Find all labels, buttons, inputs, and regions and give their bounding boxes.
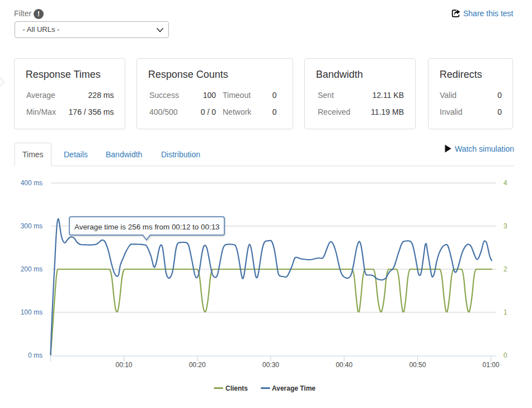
svg-text:0 ms: 0 ms xyxy=(28,351,43,359)
svg-text:00:20: 00:20 xyxy=(189,361,206,369)
svg-text:4: 4 xyxy=(503,179,507,187)
svg-text:100 ms: 100 ms xyxy=(21,308,43,316)
svg-text:00:10: 00:10 xyxy=(115,361,132,369)
svg-text:0: 0 xyxy=(503,351,507,359)
svg-text:300 ms: 300 ms xyxy=(21,222,43,230)
svg-text:00:30: 00:30 xyxy=(262,361,279,369)
svg-text:3: 3 xyxy=(503,222,507,230)
svg-text:01:00: 01:00 xyxy=(483,361,500,369)
svg-text:400 ms: 400 ms xyxy=(21,179,43,187)
svg-text:00:50: 00:50 xyxy=(409,361,426,369)
svg-text:200 ms: 200 ms xyxy=(21,265,43,273)
svg-text:2: 2 xyxy=(503,265,507,273)
svg-text:1: 1 xyxy=(503,308,507,316)
svg-text:00:40: 00:40 xyxy=(336,361,352,369)
